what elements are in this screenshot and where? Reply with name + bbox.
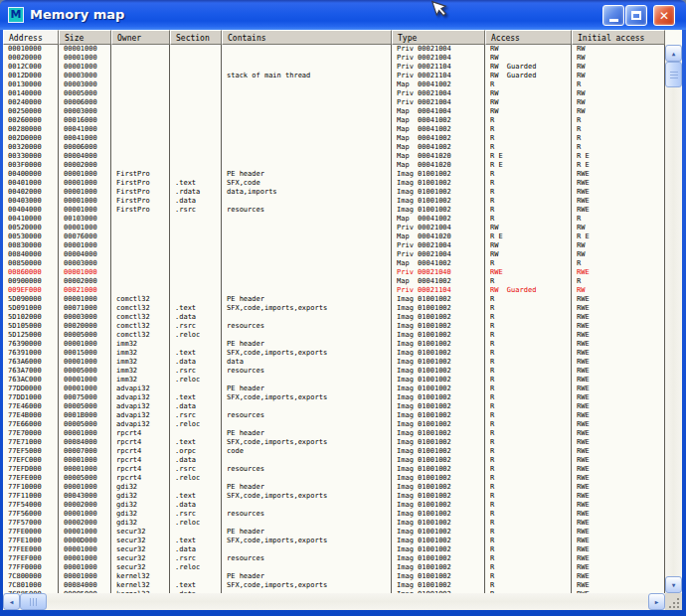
table-row[interactable]: 77E4600000005000advapi32.dataImag 010010…	[3, 402, 665, 411]
cell-address: 00900000	[3, 277, 59, 286]
maximize-button[interactable]	[625, 5, 647, 26]
cell-contains: PE header	[222, 340, 392, 349]
table-row[interactable]: 0013000000003000Map 00041002RR	[3, 80, 665, 89]
table-row[interactable]: 77EFD00000001000rpcrt4.rsrcresourcesImag…	[3, 465, 665, 474]
table-row[interactable]: 77EFE00000005000rpcrt4.relocImag 0100100…	[3, 474, 665, 483]
table-row[interactable]: 77F1000000001000gdi32PE headerImag 01001…	[3, 483, 665, 492]
table-row[interactable]: 0033000000004000Map 00041020R ER E	[3, 152, 665, 161]
column-header-size[interactable]: Size	[59, 30, 111, 45]
vertical-scrollbar[interactable]: ▲ ▼	[665, 45, 682, 593]
table-row[interactable]: 5D10200000003000comctl32.dataImag 010010…	[3, 313, 665, 322]
table-row[interactable]: 0026000000016000Map 00041002RR	[3, 116, 665, 125]
cell-access: R	[485, 215, 572, 224]
table-row[interactable]: 77F5700000002000gdi32.relocImag 01001002…	[3, 519, 665, 528]
table-row[interactable]: 0040000000001000FirstProPE headerImag 01…	[3, 170, 665, 179]
table-row[interactable]: 0012D00000003000stack of main threadPriv…	[3, 72, 665, 80]
cell-section	[170, 295, 222, 304]
table-row[interactable]: 0085000000003000Map 00041002RR	[3, 259, 665, 268]
table-row[interactable]: 002D000000041000Map 00041002RR	[3, 134, 665, 143]
scroll-right-button[interactable]: ▶	[648, 593, 665, 610]
minimize-button[interactable]	[602, 5, 624, 26]
cell-type: Map 00041020	[392, 232, 485, 241]
table-row[interactable]: 0040200000001000FirstPro.rdatadata,impor…	[3, 188, 665, 197]
close-button[interactable]: ✕	[653, 5, 675, 26]
cell-section: .rdata	[170, 188, 222, 197]
table-row[interactable]: 77FEF00000001000secur32.rsrcresourcesIma…	[3, 554, 665, 563]
table-row[interactable]: 77E7000000001000rpcrt4PE headerImag 0100…	[3, 429, 665, 438]
table-row[interactable]: 0025000000003000Map 00041004RWRW	[3, 107, 665, 116]
column-header-access[interactable]: Access	[485, 30, 572, 45]
table-row[interactable]: 77F5600000001000gdi32.rsrcresourcesImag …	[3, 510, 665, 519]
table-row[interactable]: 5D10500000020000comctl32.rsrcresourcesIm…	[3, 322, 665, 331]
cell-type: Imag 01001002	[392, 179, 485, 188]
table-row[interactable]: 763A700000005000imm32.rsrcresourcesImag …	[3, 367, 665, 376]
table-row[interactable]: 77DD100000075000advapi32.textSFX,code,im…	[3, 393, 665, 402]
column-header-contains[interactable]: Contains	[222, 30, 392, 45]
table-row[interactable]: 0084000000004000Priv 00021004RWRW	[3, 250, 665, 259]
scroll-down-button[interactable]: ▼	[665, 576, 682, 593]
table-row[interactable]: 0002000000001000Priv 00021004RWRW	[3, 54, 665, 63]
table-row[interactable]: 77EF500000007000rpcrt4.orpccodeImag 0100…	[3, 447, 665, 456]
table-row[interactable]: 0028000000041000Map 00041002RR	[3, 125, 665, 134]
table-row[interactable]: 0083000000001000Priv 00021004RWRW	[3, 241, 665, 250]
table-row[interactable]: 77FE000000001000secur32PE headerImag 010…	[3, 528, 665, 537]
table-row[interactable]: 763A600000001000imm32.datadataImag 01001…	[3, 358, 665, 367]
table-row[interactable]: 0040300000001000FirstPro.dataImag 010010…	[3, 197, 665, 206]
cell-access: R	[485, 447, 572, 456]
cell-address: 77EFD000	[3, 465, 59, 474]
table-row[interactable]: 7C80100000084000kernel32.textSFX,code,im…	[3, 581, 665, 590]
table-row[interactable]: 77F5400000002000gdi32.dataImag 01001002R…	[3, 501, 665, 510]
cell-address: 77EF5000	[3, 447, 59, 456]
resize-grip[interactable]	[665, 593, 682, 610]
cell-size: 00005000	[59, 474, 111, 483]
column-header-address[interactable]: Address	[3, 30, 59, 45]
column-header-type[interactable]: Type	[392, 30, 485, 45]
table-row[interactable]: 7C80000000001000kernel32PE headerImag 01…	[3, 572, 665, 581]
table-row[interactable]: 77DD000000001000advapi32PE headerImag 01…	[3, 385, 665, 393]
cell-type: Priv 00021004	[392, 224, 485, 232]
column-header-initial[interactable]: Initial access	[572, 30, 665, 45]
table-row[interactable]: 0014000000005000Priv 00021004RWRW	[3, 89, 665, 98]
cell-contains: SFX,code,imports,exports	[222, 581, 392, 590]
table-row[interactable]: 77FF000000001000secur32.relocImag 010010…	[3, 563, 665, 572]
table-row[interactable]: 0032000000006000Map 00041002RR	[3, 143, 665, 152]
table-row[interactable]: 763AC00000001000imm32.relocImag 01001002…	[3, 376, 665, 385]
table-row[interactable]: 7639000000001000imm32PE headerImag 01001…	[3, 340, 665, 349]
table-row[interactable]: 77E7100000084000rpcrt4.textSFX,code,impo…	[3, 438, 665, 447]
vertical-scroll-thumb[interactable]	[665, 62, 682, 87]
table-row[interactable]: 77EFC00000001000rpcrt4.dataImag 01001002…	[3, 456, 665, 465]
table-row[interactable]: 77FE10000000D000secur32.textSFX,code,imp…	[3, 537, 665, 545]
table-row[interactable]: 0053000000076000Map 00041020R ER E	[3, 232, 665, 241]
horizontal-scrollbar[interactable]: ◀ ▶	[3, 593, 665, 610]
table-row[interactable]: 77FEE00000001000secur32.dataImag 0100100…	[3, 545, 665, 554]
table-row[interactable]: 003F000000002000Map 00041020R ER E	[3, 161, 665, 170]
table-row[interactable]: 0012C00000001000Priv 00021104RW GuardedR…	[3, 63, 665, 72]
titlebar[interactable]: M Memory map ✕	[0, 0, 686, 30]
table-row[interactable]: 5D12500000005000comctl32.relocImag 01001…	[3, 331, 665, 340]
cell-initial: RWE	[572, 563, 665, 572]
column-header-owner[interactable]: Owner	[111, 30, 170, 45]
table-row[interactable]: 0040100000001000FirstPro.textSFX,codeIma…	[3, 179, 665, 188]
table-row[interactable]: 5D09000000001000comctl32PE headerImag 01…	[3, 295, 665, 304]
column-header-section[interactable]: Section	[170, 30, 222, 45]
table-row[interactable]: 0040400000001000FirstPro.rsrcresourcesIm…	[3, 206, 665, 215]
cell-contains: PE header	[222, 170, 392, 179]
horizontal-scroll-thumb[interactable]	[20, 593, 47, 610]
table-row[interactable]: 0041000000103000Map 00041002RR	[3, 215, 665, 224]
table-row[interactable]: 5D09100000071000comctl32.textSFX,code,im…	[3, 304, 665, 313]
table-row[interactable]: 77E6600000005000advapi32.relocImag 01001…	[3, 420, 665, 429]
table-row[interactable]: 009EF00000021000Priv 00021104RW GuardedR…	[3, 286, 665, 295]
cell-address: 77FF0000	[3, 563, 59, 572]
scroll-up-button[interactable]: ▲	[665, 45, 682, 62]
cell-access: R	[485, 134, 572, 143]
table-row[interactable]: 77F1100000043000gdi32.textSFX,code,impor…	[3, 492, 665, 501]
table-row[interactable]: 0086000000001000Priv 00021040RWERWE	[3, 268, 665, 277]
table-row[interactable]: 0090000000002000Map 00041002RR	[3, 277, 665, 286]
cell-access: R	[485, 456, 572, 465]
table-row[interactable]: 77E4B0000001B000advapi32.rsrcresourcesIm…	[3, 411, 665, 420]
table-row[interactable]: 0052000000001000Priv 00021004RWRW	[3, 224, 665, 232]
table-row[interactable]: 0024000000006000Priv 00021004RWRW	[3, 98, 665, 107]
table-row[interactable]: 0001000000001000Priv 00021004RWRW	[3, 45, 665, 54]
table-row[interactable]: 7639100000015000imm32.textSFX,code,impor…	[3, 349, 665, 358]
scroll-left-button[interactable]: ◀	[3, 593, 20, 610]
